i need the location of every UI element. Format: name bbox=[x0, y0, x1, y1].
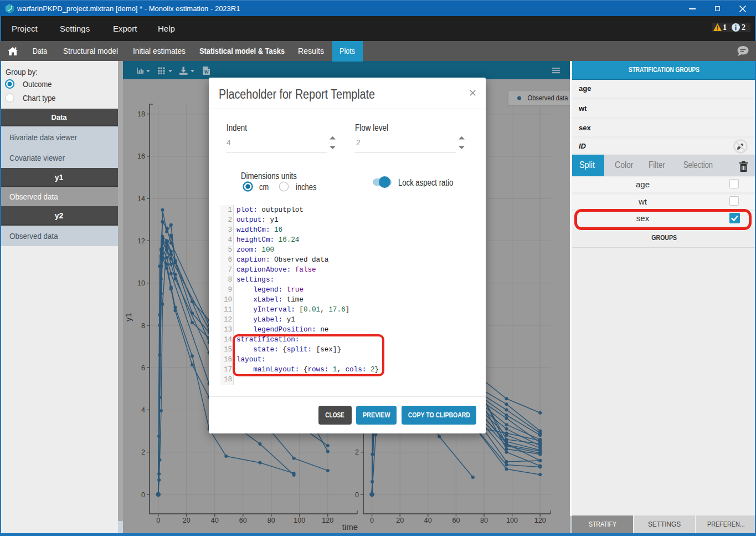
svg-text:6: 6 bbox=[141, 364, 145, 372]
svg-text:16: 16 bbox=[137, 152, 145, 160]
svg-text:0: 0 bbox=[355, 491, 359, 499]
svg-text:2: 2 bbox=[141, 448, 145, 456]
svg-text:Observed data: Observed data bbox=[528, 94, 568, 103]
svg-text:W: W bbox=[204, 69, 209, 75]
svg-text:120: 120 bbox=[534, 517, 546, 524]
svg-text:0: 0 bbox=[156, 517, 160, 524]
svg-text:14: 14 bbox=[137, 195, 145, 203]
svg-text:8: 8 bbox=[141, 322, 145, 330]
svg-text:10: 10 bbox=[137, 279, 145, 287]
svg-text:40: 40 bbox=[211, 517, 219, 524]
svg-text:100: 100 bbox=[506, 517, 518, 524]
svg-text:40: 40 bbox=[424, 517, 432, 524]
svg-text:0: 0 bbox=[141, 491, 145, 499]
svg-text:80: 80 bbox=[268, 517, 275, 524]
svg-text:80: 80 bbox=[480, 517, 488, 524]
svg-text:60: 60 bbox=[452, 517, 460, 524]
svg-text:20: 20 bbox=[396, 517, 404, 524]
svg-text:18: 18 bbox=[137, 110, 145, 118]
svg-text:120: 120 bbox=[322, 517, 333, 524]
svg-text:100: 100 bbox=[294, 517, 305, 524]
svg-text:60: 60 bbox=[239, 517, 247, 524]
svg-text:time: time bbox=[342, 522, 358, 532]
svg-text:0: 0 bbox=[370, 517, 374, 524]
svg-text:12: 12 bbox=[137, 237, 145, 245]
svg-text:20: 20 bbox=[183, 517, 191, 524]
svg-text:2: 2 bbox=[355, 448, 359, 456]
svg-text:4: 4 bbox=[141, 406, 145, 414]
svg-text:y1: y1 bbox=[124, 313, 133, 321]
